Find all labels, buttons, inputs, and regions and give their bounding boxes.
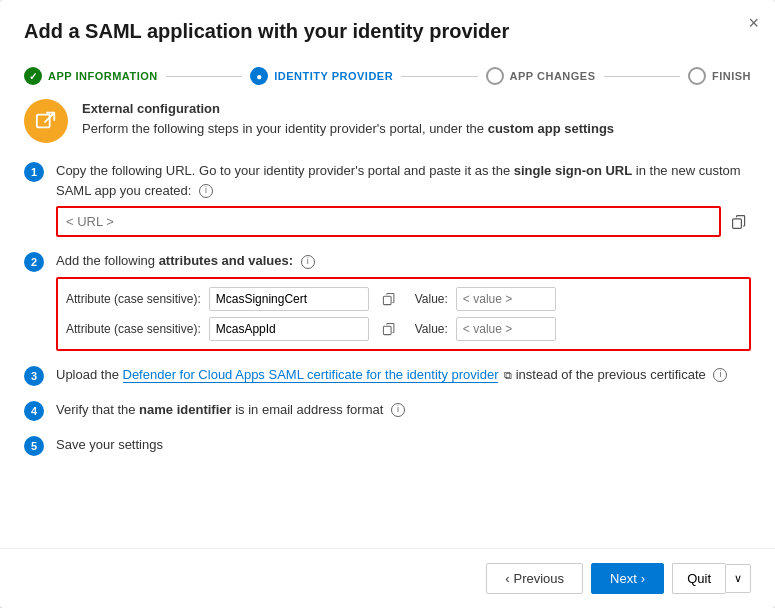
- step1-text: Copy the following URL. Go to your ident…: [56, 163, 741, 198]
- step-content-5: Save your settings: [56, 435, 751, 455]
- arrow-right-icon: ›: [641, 571, 645, 586]
- svg-rect-1: [733, 218, 742, 228]
- next-button[interactable]: Next ›: [591, 563, 664, 594]
- attr-label-1: Attribute (case sensitive):: [66, 290, 201, 308]
- stepper-step-finish: FINISH: [688, 67, 751, 85]
- svg-rect-0: [37, 115, 50, 128]
- url-field-wrap: [56, 206, 751, 237]
- external-link-icon: ⧉: [504, 369, 512, 381]
- attr-row-2: Attribute (case sensitive): Value:: [66, 317, 741, 341]
- step-content-1: Copy the following URL. Go to your ident…: [56, 161, 751, 237]
- value-label-2: Value:: [415, 320, 448, 338]
- svg-rect-2: [383, 296, 391, 304]
- step4-text: Verify that the name identifier is in em…: [56, 402, 383, 417]
- step3-info-icon[interactable]: i: [713, 368, 727, 382]
- step1-info-icon[interactable]: i: [199, 184, 213, 198]
- step2-bold: attributes and values:: [159, 253, 293, 268]
- step-row-4: 4 Verify that the name identifier is in …: [24, 400, 751, 421]
- step1-bold: single sign-on URL: [514, 163, 632, 178]
- arrow-left-icon: ‹: [505, 571, 509, 586]
- stepper: ✓ APP INFORMATION ● IDENTITY PROVIDER AP…: [0, 67, 775, 99]
- step-num-2: 2: [24, 252, 44, 272]
- step-row-3: 3 Upload the Defender for Cloud Apps SAM…: [24, 365, 751, 386]
- step-row-1: 1 Copy the following URL. Go to your ide…: [24, 161, 751, 237]
- step-label-3: APP CHANGES: [510, 70, 596, 82]
- step4-info-icon[interactable]: i: [391, 403, 405, 417]
- step2-info-icon[interactable]: i: [301, 255, 315, 269]
- attr-input-2[interactable]: [209, 317, 369, 341]
- stepper-step-app-changes: APP CHANGES: [486, 67, 596, 85]
- previous-label: Previous: [514, 571, 565, 586]
- step4-bold: name identifier: [139, 402, 231, 417]
- dialog-footer: ‹ Previous Next › Quit ∨: [0, 548, 775, 608]
- attr-copy-icon-1[interactable]: [377, 287, 401, 311]
- step-line-3: [604, 76, 680, 77]
- step-content-2: Add the following attributes and values:…: [56, 251, 751, 351]
- step-content-3: Upload the Defender for Cloud Apps SAML …: [56, 365, 751, 385]
- value-input-1[interactable]: [456, 287, 556, 311]
- step-num-1: 1: [24, 162, 44, 182]
- check-icon: ✓: [29, 71, 37, 82]
- cert-link[interactable]: Defender for Cloud Apps SAML certificate…: [123, 367, 499, 383]
- external-config-description: Perform the following steps in your iden…: [82, 121, 614, 136]
- attr-copy-icon-2[interactable]: [377, 317, 401, 341]
- copy-icon[interactable]: [727, 210, 751, 234]
- url-input[interactable]: [56, 206, 721, 237]
- step-row-5: 5 Save your settings: [24, 435, 751, 456]
- step5-text: Save your settings: [56, 437, 163, 452]
- dialog-body: External configuration Perform the follo…: [0, 99, 775, 548]
- step-label-4: FINISH: [712, 70, 751, 82]
- previous-button[interactable]: ‹ Previous: [486, 563, 583, 594]
- step-num-5: 5: [24, 436, 44, 456]
- stepper-step-identity-provider: ● IDENTITY PROVIDER: [250, 67, 393, 85]
- value-input-2[interactable]: [456, 317, 556, 341]
- step-label-1: APP INFORMATION: [48, 70, 158, 82]
- step-num-3: 3: [24, 366, 44, 386]
- custom-app-settings-text: custom app settings: [488, 121, 614, 136]
- stepper-step-app-information: ✓ APP INFORMATION: [24, 67, 158, 85]
- quit-split-button: Quit ∨: [672, 563, 751, 594]
- step-line-1: [166, 76, 242, 77]
- step-circle-2: ●: [250, 67, 268, 85]
- step3-text-start: Upload the: [56, 367, 123, 382]
- step-label-2: IDENTITY PROVIDER: [274, 70, 393, 82]
- quit-button[interactable]: Quit: [672, 563, 725, 594]
- attr-row-1: Attribute (case sensitive): Value:: [66, 287, 741, 311]
- attr-input-1[interactable]: [209, 287, 369, 311]
- step-line-2: [401, 76, 477, 77]
- step-num-4: 4: [24, 401, 44, 421]
- external-config-title: External configuration: [82, 101, 220, 116]
- step-circle-3: [486, 67, 504, 85]
- quit-dropdown-button[interactable]: ∨: [725, 564, 751, 593]
- step-circle-1: ✓: [24, 67, 42, 85]
- steps-list: 1 Copy the following URL. Go to your ide…: [24, 161, 751, 456]
- external-config-icon: [24, 99, 68, 143]
- active-dot-icon: ●: [256, 71, 262, 82]
- svg-rect-3: [383, 326, 391, 334]
- step-row-2: 2 Add the following attributes and value…: [24, 251, 751, 351]
- attr-label-2: Attribute (case sensitive):: [66, 320, 201, 338]
- dialog-header: Add a SAML application with your identit…: [0, 0, 775, 67]
- next-label: Next: [610, 571, 637, 586]
- close-button[interactable]: ×: [748, 14, 759, 32]
- step3-text-end: instead of the previous certificate: [516, 367, 706, 382]
- value-label-1: Value:: [415, 290, 448, 308]
- dialog-title: Add a SAML application with your identit…: [24, 20, 751, 43]
- attributes-table: Attribute (case sensitive): Value:: [56, 277, 751, 351]
- step-content-4: Verify that the name identifier is in em…: [56, 400, 751, 420]
- chevron-down-icon: ∨: [734, 572, 742, 584]
- step-circle-4: [688, 67, 706, 85]
- external-config-banner: External configuration Perform the follo…: [24, 99, 751, 143]
- dialog: × Add a SAML application with your ident…: [0, 0, 775, 608]
- step2-text: Add the following attributes and values:: [56, 253, 293, 268]
- external-config-text: External configuration Perform the follo…: [82, 99, 614, 138]
